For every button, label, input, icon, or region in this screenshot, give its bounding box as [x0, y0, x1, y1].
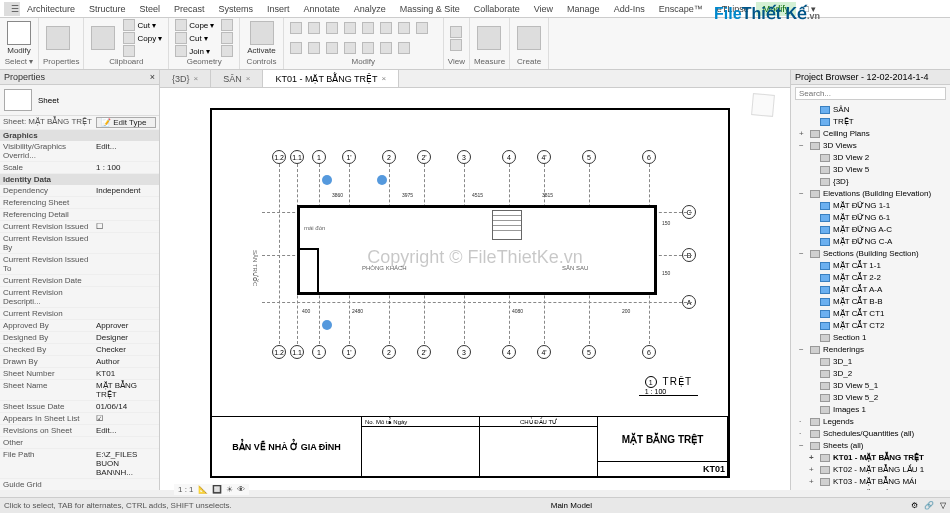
- props-row[interactable]: Sheet Issue Date01/06/14: [0, 401, 159, 413]
- props-row[interactable]: DependencyIndependent: [0, 185, 159, 197]
- ribbon-tab-collaborate[interactable]: Collaborate: [467, 2, 527, 16]
- props-row[interactable]: Current Revision Descripti...: [0, 287, 159, 308]
- doc-tab[interactable]: {3D}×: [160, 70, 211, 87]
- create-button[interactable]: [514, 25, 544, 51]
- ribbon-tab-addins[interactable]: Add-Ins: [607, 2, 652, 16]
- view-tool[interactable]: [448, 26, 464, 38]
- view-tool[interactable]: [448, 39, 464, 51]
- tree-toggle-icon[interactable]: +: [809, 476, 817, 488]
- props-row[interactable]: Approved ByApprover: [0, 320, 159, 332]
- tree-item[interactable]: MẶT CẮT 1-1: [795, 260, 946, 272]
- tree-item[interactable]: {3D}: [795, 176, 946, 188]
- ribbon-tab-view[interactable]: View: [527, 2, 560, 16]
- cut-button[interactable]: Cut ▾: [121, 19, 164, 31]
- close-icon[interactable]: ×: [246, 74, 251, 83]
- tree-item[interactable]: MẶT ĐỨNG A-C: [795, 224, 946, 236]
- modify-tool[interactable]: [396, 42, 412, 54]
- tree-item[interactable]: +KT04 - MẶT ĐỨNG C-A: [795, 488, 946, 490]
- tree-item[interactable]: MẶT ĐỨNG 1-1: [795, 200, 946, 212]
- activate-button[interactable]: Activate: [244, 20, 278, 56]
- tree-item[interactable]: Section 1: [795, 332, 946, 344]
- ribbon-tab-insert[interactable]: Insert: [260, 2, 297, 16]
- modify-tool[interactable]: [342, 22, 358, 34]
- tree-item[interactable]: MẶT CẮT CT2: [795, 320, 946, 332]
- status-icon[interactable]: ⚙: [911, 501, 918, 510]
- props-row[interactable]: Current Revision Issued To: [0, 254, 159, 275]
- modify-button[interactable]: Modify: [4, 20, 34, 56]
- tree-item[interactable]: ·Legends: [795, 416, 946, 428]
- ribbon-tab-manage[interactable]: Manage: [560, 2, 607, 16]
- tree-toggle-icon[interactable]: +: [809, 488, 817, 490]
- modify-tool[interactable]: [360, 42, 376, 54]
- props-row[interactable]: Current Revision Issued☐: [0, 221, 159, 233]
- close-icon[interactable]: ×: [382, 74, 387, 83]
- tree-item[interactable]: +Ceiling Plans: [795, 128, 946, 140]
- ribbon-tab-structure[interactable]: Structure: [82, 2, 133, 16]
- paste-button[interactable]: [88, 25, 118, 51]
- drawing-canvas[interactable]: 1.21.21.11.1111'1'222'2'33444'4'5566 CBA: [160, 88, 790, 490]
- props-row[interactable]: Current Revision Issued By: [0, 233, 159, 254]
- ribbon-tab-steel[interactable]: Steel: [133, 2, 168, 16]
- geom-tool2[interactable]: [219, 32, 235, 44]
- view-control-bar[interactable]: 1 : 1📐🔲☀👁: [174, 484, 249, 495]
- close-icon[interactable]: ×: [150, 72, 155, 82]
- tree-item[interactable]: 3D_2: [795, 368, 946, 380]
- doc-tab[interactable]: SÂN×: [211, 70, 263, 87]
- file-tab[interactable]: ☰: [4, 2, 20, 16]
- tree-item[interactable]: MẶT CẮT 2-2: [795, 272, 946, 284]
- tree-item[interactable]: +KT02 - MẶT BẰNG LẦU 1: [795, 464, 946, 476]
- ribbon-tab-massingsite[interactable]: Massing & Site: [393, 2, 467, 16]
- props-row[interactable]: Checked ByChecker: [0, 344, 159, 356]
- doc-tab[interactable]: KT01 - MẶT BẰNG TRỆT×: [263, 70, 399, 87]
- tree-item[interactable]: 3D View 5: [795, 164, 946, 176]
- modify-tool[interactable]: [288, 42, 304, 54]
- props-row[interactable]: Visibility/Graphics Overrid...Edit...: [0, 141, 159, 162]
- match-button[interactable]: [121, 45, 164, 57]
- tree-item[interactable]: −Sheets (all): [795, 440, 946, 452]
- props-row[interactable]: Guide Grid: [0, 479, 159, 490]
- join-button[interactable]: Join ▾: [173, 45, 216, 57]
- props-row[interactable]: Sheet NumberKT01: [0, 368, 159, 380]
- ribbon-tab-precast[interactable]: Precast: [167, 2, 212, 16]
- properties-button[interactable]: [43, 25, 73, 51]
- props-row[interactable]: Referencing Detail: [0, 209, 159, 221]
- tree-item[interactable]: SÂN: [795, 104, 946, 116]
- modify-tool[interactable]: [396, 22, 412, 34]
- modify-tool[interactable]: [414, 22, 430, 34]
- geom-tool[interactable]: [219, 19, 235, 31]
- props-row[interactable]: Referencing Sheet: [0, 197, 159, 209]
- props-row[interactable]: Other: [0, 437, 159, 449]
- edit-type-button[interactable]: 📝 Edit Type: [96, 117, 156, 128]
- tree-item[interactable]: TRỆT: [795, 116, 946, 128]
- tree-item[interactable]: 3D View 2: [795, 152, 946, 164]
- props-row[interactable]: Revisions on SheetEdit...: [0, 425, 159, 437]
- ribbon-tab-analyze[interactable]: Analyze: [347, 2, 393, 16]
- ribbon-tab-annotate[interactable]: Annotate: [297, 2, 347, 16]
- tree-item[interactable]: 3D_1: [795, 356, 946, 368]
- ribbon-tab-systems[interactable]: Systems: [212, 2, 261, 16]
- modify-tool[interactable]: [324, 22, 340, 34]
- tree-item[interactable]: −3D Views: [795, 140, 946, 152]
- properties-type-selector[interactable]: Sheet: [0, 85, 159, 116]
- props-row[interactable]: Appears In Sheet List☑: [0, 413, 159, 425]
- ribbon-tab-architecture[interactable]: Architecture: [20, 2, 82, 16]
- tree-item[interactable]: 3D View 5_2: [795, 392, 946, 404]
- tree-toggle-icon[interactable]: −: [799, 344, 807, 356]
- modify-tool[interactable]: [378, 42, 394, 54]
- measure-button[interactable]: [474, 25, 504, 51]
- props-row[interactable]: Drawn ByAuthor: [0, 356, 159, 368]
- props-row[interactable]: Designed ByDesigner: [0, 332, 159, 344]
- modify-tool[interactable]: [306, 22, 322, 34]
- props-row[interactable]: Sheet NameMẶT BẰNG TRỆT: [0, 380, 159, 401]
- status-icon[interactable]: ▽: [940, 501, 946, 510]
- tree-item[interactable]: MẶT CẮT A-A: [795, 284, 946, 296]
- tree-toggle-icon[interactable]: +: [799, 128, 807, 140]
- browser-search-input[interactable]: [795, 87, 946, 100]
- tree-toggle-icon[interactable]: −: [799, 140, 807, 152]
- close-icon[interactable]: ×: [194, 74, 199, 83]
- props-row[interactable]: File PathE:\Z_FILES BUON BAN\NH...: [0, 449, 159, 479]
- modify-tool[interactable]: [288, 22, 304, 34]
- modify-tool[interactable]: [360, 22, 376, 34]
- tree-item[interactable]: Images 1: [795, 404, 946, 416]
- tree-item[interactable]: −Sections (Building Section): [795, 248, 946, 260]
